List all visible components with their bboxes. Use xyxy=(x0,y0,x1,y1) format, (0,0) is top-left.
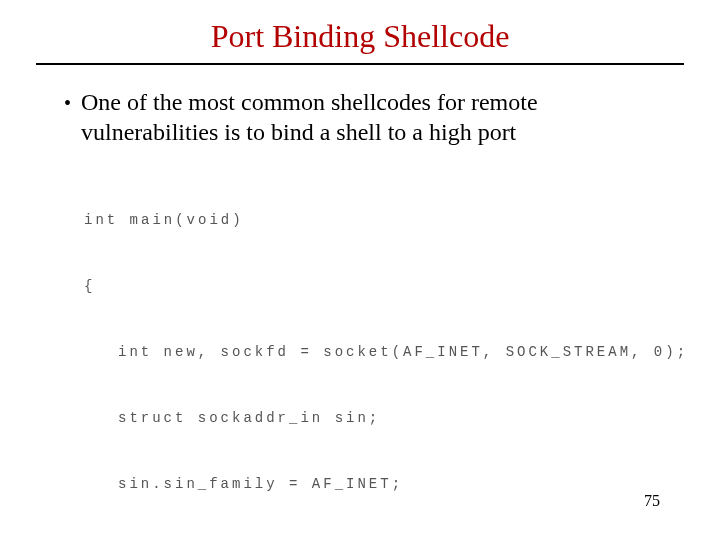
code-line: struct sockaddr_in sin; xyxy=(84,407,650,429)
bullet-list: • One of the most common shellcodes for … xyxy=(64,87,666,147)
bullet-dot-icon: • xyxy=(64,87,71,117)
code-line: sin.sin_family = AF_INET; xyxy=(84,473,650,495)
bullet-item: • One of the most common shellcodes for … xyxy=(64,87,666,147)
bullet-text: One of the most common shellcodes for re… xyxy=(81,87,666,147)
code-block: int main(void) { int new, sockfd = socke… xyxy=(84,165,650,540)
slide-title: Port Binding Shellcode xyxy=(0,0,720,63)
code-line: int new, sockfd = socket(AF_INET, SOCK_S… xyxy=(84,341,650,363)
title-underline xyxy=(36,63,684,65)
code-line: int main(void) xyxy=(84,209,650,231)
page-number: 75 xyxy=(644,492,660,510)
slide: Port Binding Shellcode • One of the most… xyxy=(0,0,720,540)
code-line: { xyxy=(84,275,650,297)
